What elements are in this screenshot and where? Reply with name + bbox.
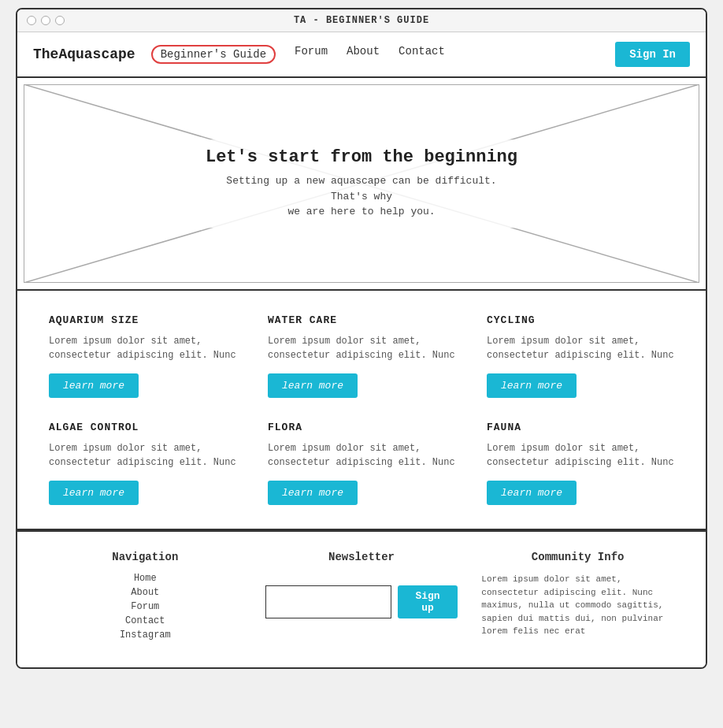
card-fauna: FAUNA Lorem ipsum dolor sit amet, consec…: [487, 422, 674, 505]
card-title-algae-control: ALGAE CONTROL: [49, 422, 236, 433]
sign-in-button[interactable]: Sign In: [615, 42, 690, 67]
maximize-dot[interactable]: [55, 16, 65, 25]
learn-more-fauna[interactable]: learn more: [487, 481, 577, 505]
footer-link-instagram[interactable]: Instagram: [49, 630, 242, 641]
learn-more-algae-control[interactable]: learn more: [49, 481, 139, 505]
footer-newsletter-col: Newsletter Sign up: [265, 551, 458, 644]
newsletter-form: Sign up: [265, 585, 458, 618]
footer: Navigation Home About Forum Contact Inst…: [17, 530, 706, 667]
footer-newsletter-title: Newsletter: [328, 551, 395, 563]
cards-grid: AQUARIUM SIZE Lorem ipsum dolor sit amet…: [49, 314, 674, 505]
footer-nav-col: Navigation Home About Forum Contact Inst…: [49, 551, 242, 644]
nav-brand: TheAquascape: [33, 46, 135, 62]
hero-content: Let's start from the beginning Setting u…: [190, 139, 534, 228]
footer-community-col: Community Info Lorem ipsum dolor sit ame…: [481, 551, 674, 644]
card-aquarium-size: AQUARIUM SIZE Lorem ipsum dolor sit amet…: [49, 314, 236, 398]
footer-link-forum[interactable]: Forum: [49, 601, 242, 612]
card-text-algae-control: Lorem ipsum dolor sit amet, consectetur …: [49, 441, 236, 470]
learn-more-cycling[interactable]: learn more: [487, 373, 577, 398]
card-cycling: CYCLING Lorem ipsum dolor sit amet, cons…: [487, 314, 674, 398]
footer-nav-list: Home About Forum Contact Instagram: [49, 573, 242, 641]
footer-community-title: Community Info: [481, 551, 674, 563]
footer-nav-title: Navigation: [49, 551, 242, 563]
card-water-care: WATER CARE Lorem ipsum dolor sit amet, c…: [268, 314, 455, 398]
newsletter-input[interactable]: [265, 585, 391, 618]
hero-title: Let's start from the beginning: [206, 147, 518, 167]
navbar: TheAquascape Beginner's Guide Forum Abou…: [17, 32, 706, 78]
learn-more-water-care[interactable]: learn more: [268, 373, 358, 398]
footer-link-home[interactable]: Home: [49, 573, 242, 584]
card-title-fauna: FAUNA: [487, 422, 674, 433]
learn-more-flora[interactable]: learn more: [268, 481, 358, 505]
card-title-cycling: CYCLING: [487, 314, 674, 326]
nav-links: Beginner's Guide Forum About Contact: [151, 45, 616, 64]
card-text-aquarium-size: Lorem ipsum dolor sit amet, consectetur …: [49, 334, 236, 362]
card-text-cycling: Lorem ipsum dolor sit amet, consectetur …: [487, 334, 674, 362]
nav-link-contact[interactable]: Contact: [399, 45, 445, 64]
footer-link-about[interactable]: About: [49, 587, 242, 598]
nav-link-forum[interactable]: Forum: [295, 45, 328, 64]
signup-button[interactable]: Sign up: [398, 585, 458, 618]
card-flora: FLORA Lorem ipsum dolor sit amet, consec…: [268, 422, 455, 505]
card-text-water-care: Lorem ipsum dolor sit amet, consectetur …: [268, 334, 455, 362]
hero-section: Let's start from the beginning Setting u…: [17, 78, 706, 291]
card-text-fauna: Lorem ipsum dolor sit amet, consectetur …: [487, 441, 674, 470]
app-window: TA - BEGINNER'S GUIDE TheAquascape Begin…: [16, 8, 707, 669]
card-title-aquarium-size: AQUARIUM SIZE: [49, 314, 236, 326]
nav-link-beginners-guide[interactable]: Beginner's Guide: [151, 45, 276, 64]
card-algae-control: ALGAE CONTROL Lorem ipsum dolor sit amet…: [49, 422, 236, 505]
minimize-dot[interactable]: [41, 16, 50, 25]
card-title-water-care: WATER CARE: [268, 314, 455, 326]
hero-subtitle: Setting up a new aquascape can be diffic…: [206, 173, 518, 220]
window-title: TA - BEGINNER'S GUIDE: [294, 15, 429, 26]
footer-community-text: Lorem ipsum dolor sit amet, consectetur …: [481, 573, 674, 638]
footer-link-contact[interactable]: Contact: [49, 615, 242, 626]
card-text-flora: Lorem ipsum dolor sit amet, consectetur …: [268, 441, 455, 470]
card-title-flora: FLORA: [268, 422, 455, 433]
learn-more-aquarium-size[interactable]: learn more: [49, 373, 139, 398]
cards-section: AQUARIUM SIZE Lorem ipsum dolor sit amet…: [17, 291, 706, 530]
title-bar: TA - BEGINNER'S GUIDE: [17, 9, 706, 32]
nav-link-about[interactable]: About: [347, 45, 380, 64]
close-dot[interactable]: [27, 16, 36, 25]
window-controls: [27, 16, 65, 25]
